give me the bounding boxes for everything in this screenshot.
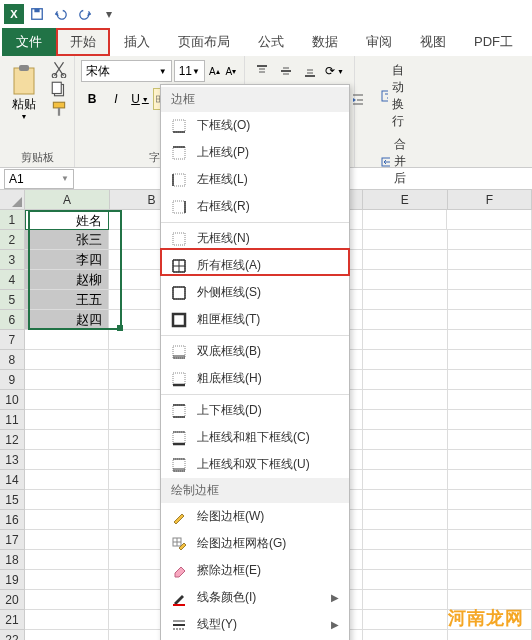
cell[interactable] xyxy=(363,290,448,310)
cell[interactable]: 姓名 xyxy=(25,210,110,230)
cell[interactable] xyxy=(448,490,533,510)
cell[interactable] xyxy=(448,230,533,250)
row-header[interactable]: 13 xyxy=(0,450,25,470)
tab-file[interactable]: 文件 xyxy=(2,28,56,56)
cell[interactable] xyxy=(448,630,533,640)
row-header[interactable]: 1 xyxy=(0,210,25,230)
border-menu-pencilgrid[interactable]: 绘图边框网格(G) xyxy=(161,530,349,557)
row-header[interactable]: 10 xyxy=(0,390,25,410)
row-header[interactable]: 2 xyxy=(0,230,25,250)
row-header[interactable]: 21 xyxy=(0,610,25,630)
row-header[interactable]: 14 xyxy=(0,470,25,490)
increase-font-icon[interactable]: A▴ xyxy=(207,62,222,80)
cell[interactable] xyxy=(363,410,448,430)
cell[interactable] xyxy=(25,490,110,510)
cell[interactable] xyxy=(25,410,110,430)
cell[interactable] xyxy=(448,390,533,410)
merge-button[interactable]: 合并后 xyxy=(379,134,415,189)
cell[interactable]: 李四 xyxy=(25,250,110,270)
row-header[interactable]: 4 xyxy=(0,270,25,290)
tab-formula[interactable]: 公式 xyxy=(244,28,298,56)
border-menu-tptb[interactable]: 上框线和粗下框线(C) xyxy=(161,424,349,451)
cell[interactable] xyxy=(363,310,448,330)
cell[interactable] xyxy=(363,550,448,570)
cell[interactable] xyxy=(448,290,533,310)
cell[interactable] xyxy=(448,510,533,530)
border-menu-lines[interactable]: 线型(Y)▶ xyxy=(161,611,349,638)
cell[interactable] xyxy=(363,510,448,530)
save-button[interactable] xyxy=(26,3,48,25)
row-header[interactable]: 16 xyxy=(0,510,25,530)
cell[interactable] xyxy=(25,610,110,630)
tab-home[interactable]: 开始 xyxy=(56,28,110,56)
cell[interactable] xyxy=(448,250,533,270)
font-size-select[interactable]: 11▼ xyxy=(174,60,205,82)
border-menu-left[interactable]: 左框线(L) xyxy=(161,166,349,193)
cut-icon[interactable] xyxy=(50,60,68,78)
bold-button[interactable]: B xyxy=(81,88,103,110)
row-header[interactable]: 17 xyxy=(0,530,25,550)
cell[interactable] xyxy=(448,410,533,430)
tab-insert[interactable]: 插入 xyxy=(110,28,164,56)
format-painter-icon[interactable] xyxy=(50,100,68,118)
cell[interactable]: 赵柳 xyxy=(25,270,110,290)
row-header[interactable]: 22 xyxy=(0,630,25,640)
row-header[interactable]: 18 xyxy=(0,550,25,570)
border-menu-dbottom[interactable]: 双底框线(B) xyxy=(161,338,349,365)
border-menu-thick[interactable]: 粗匣框线(T) xyxy=(161,306,349,333)
row-header[interactable]: 3 xyxy=(0,250,25,270)
border-menu-all[interactable]: 所有框线(A) xyxy=(161,252,349,279)
cell[interactable] xyxy=(363,350,448,370)
orientation-icon[interactable]: ⟳▼ xyxy=(323,60,346,82)
border-menu-eraser[interactable]: 擦除边框(E) xyxy=(161,557,349,584)
cell[interactable] xyxy=(363,470,448,490)
wrap-text-button[interactable]: 自动换行 xyxy=(379,60,415,132)
cell[interactable] xyxy=(25,510,110,530)
cell[interactable] xyxy=(363,250,448,270)
cell[interactable] xyxy=(448,550,533,570)
cell[interactable] xyxy=(448,450,533,470)
border-menu-right[interactable]: 右框线(R) xyxy=(161,193,349,220)
cell[interactable] xyxy=(363,570,448,590)
cell[interactable] xyxy=(25,390,110,410)
row-header[interactable]: 15 xyxy=(0,490,25,510)
align-bottom-icon[interactable] xyxy=(299,60,321,82)
cell[interactable] xyxy=(448,330,533,350)
align-top-icon[interactable] xyxy=(251,60,273,82)
cell[interactable] xyxy=(25,570,110,590)
copy-icon[interactable] xyxy=(50,80,68,98)
row-header[interactable]: 8 xyxy=(0,350,25,370)
cell[interactable] xyxy=(363,330,448,350)
tab-view[interactable]: 视图 xyxy=(406,28,460,56)
border-menu-outside[interactable]: 外侧框线(S) xyxy=(161,279,349,306)
align-middle-icon[interactable] xyxy=(275,60,297,82)
cell[interactable] xyxy=(363,270,448,290)
cell[interactable] xyxy=(25,350,110,370)
cell[interactable] xyxy=(363,390,448,410)
tab-data[interactable]: 数据 xyxy=(298,28,352,56)
cell[interactable] xyxy=(448,350,533,370)
redo-button[interactable] xyxy=(74,3,96,25)
tab-review[interactable]: 审阅 xyxy=(352,28,406,56)
cell[interactable] xyxy=(363,450,448,470)
qat-customize-icon[interactable]: ▾ xyxy=(98,3,120,25)
col-header-e[interactable]: E xyxy=(363,190,447,209)
col-header-a[interactable]: A xyxy=(25,190,109,209)
cell[interactable] xyxy=(25,550,110,570)
border-menu-top[interactable]: 上框线(P) xyxy=(161,139,349,166)
cell[interactable] xyxy=(363,630,448,640)
tab-layout[interactable]: 页面布局 xyxy=(164,28,244,56)
border-menu-tbottom[interactable]: 粗底框线(H) xyxy=(161,365,349,392)
cell[interactable] xyxy=(448,310,533,330)
cell[interactable]: 张三 xyxy=(25,230,110,250)
row-header[interactable]: 6 xyxy=(0,310,25,330)
cell[interactable] xyxy=(25,450,110,470)
cell[interactable] xyxy=(25,630,110,640)
paste-button[interactable]: 粘贴 ▼ xyxy=(6,60,42,124)
cell[interactable] xyxy=(363,370,448,390)
border-menu-bottom[interactable]: 下框线(O) xyxy=(161,112,349,139)
select-all-corner[interactable] xyxy=(0,190,25,209)
cell[interactable] xyxy=(25,530,110,550)
border-menu-pen[interactable]: 线条颜色(I)▶ xyxy=(161,584,349,611)
cell[interactable] xyxy=(25,370,110,390)
